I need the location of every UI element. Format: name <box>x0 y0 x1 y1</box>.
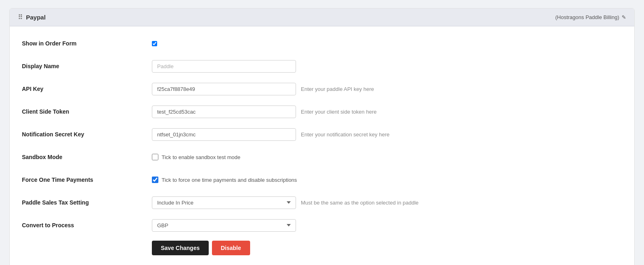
card-body: Show in Order Form Display Name API Key … <box>10 26 634 265</box>
billing-label: (Hostragons Paddle Billing) <box>555 14 619 20</box>
paddle-sales-tax-control: Include In Price Exclude From Price Show… <box>152 196 622 209</box>
convert-to-process-select[interactable]: GBP USD EUR AUD CAD <box>152 219 296 232</box>
card-header-right: (Hostragons Paddle Billing) ✎ <box>555 14 626 20</box>
api-key-label: API Key <box>22 86 152 92</box>
sandbox-mode-label: Sandbox Mode <box>22 154 152 160</box>
force-one-time-payments-checkbox-label: Tick to force one time payments and disa… <box>162 177 297 183</box>
force-one-time-payments-label: Force One Time Payments <box>22 177 152 183</box>
notification-secret-key-hint: Enter your notification secret key here <box>301 131 389 138</box>
sandbox-mode-row: Sandbox Mode Tick to enable sandbox test… <box>22 150 622 164</box>
sandbox-mode-checkbox[interactable] <box>152 154 158 160</box>
notification-secret-key-row: Notification Secret Key Enter your notif… <box>22 127 622 142</box>
convert-to-process-control: GBP USD EUR AUD CAD <box>152 219 622 232</box>
card-header: ⠿ Paypal (Hostragons Paddle Billing) ✎ <box>10 9 634 26</box>
api-key-hint: Enter your paddle API key here <box>301 86 374 92</box>
force-one-time-payments-checkbox-wrap: Tick to force one time payments and disa… <box>152 177 297 183</box>
settings-card: ⠿ Paypal (Hostragons Paddle Billing) ✎ S… <box>9 8 635 265</box>
sandbox-mode-checkbox-wrap: Tick to enable sandbox test mode <box>152 154 240 160</box>
notification-secret-key-input[interactable] <box>152 128 296 141</box>
display-name-control <box>152 60 622 73</box>
client-side-token-hint: Enter your client side token here <box>301 109 376 115</box>
paddle-sales-tax-hint: Must be the same as the option selected … <box>301 200 419 206</box>
notification-secret-key-label: Notification Secret Key <box>22 131 152 138</box>
paddle-sales-tax-select[interactable]: Include In Price Exclude From Price Show… <box>152 196 296 209</box>
notification-secret-key-control: Enter your notification secret key here <box>152 128 622 141</box>
force-one-time-payments-row: Force One Time Payments Tick to force on… <box>22 172 622 187</box>
save-changes-button[interactable]: Save Changes <box>152 241 209 255</box>
convert-to-process-label: Convert to Process <box>22 222 152 228</box>
client-side-token-row: Client Side Token Enter your client side… <box>22 104 622 119</box>
show-in-order-form-label: Show in Order Form <box>22 40 152 47</box>
card-header-left: ⠿ Paypal <box>18 13 45 21</box>
display-name-label: Display Name <box>22 63 152 69</box>
sandbox-mode-checkbox-label: Tick to enable sandbox test mode <box>162 154 240 160</box>
show-in-order-form-control <box>152 41 622 46</box>
sandbox-mode-control: Tick to enable sandbox test mode <box>152 154 622 160</box>
convert-to-process-row: Convert to Process GBP USD EUR AUD CAD <box>22 218 622 233</box>
button-row: Save Changes Disable <box>22 241 622 255</box>
api-key-control: Enter your paddle API key here <box>152 83 622 95</box>
client-side-token-input[interactable] <box>152 106 296 118</box>
edit-icon[interactable]: ✎ <box>622 14 626 20</box>
api-key-row: API Key Enter your paddle API key here <box>22 82 622 96</box>
display-name-row: Display Name <box>22 59 622 73</box>
client-side-token-label: Client Side Token <box>22 108 152 115</box>
drag-icon: ⠿ <box>18 13 23 21</box>
paddle-sales-tax-row: Paddle Sales Tax Setting Include In Pric… <box>22 195 622 210</box>
force-one-time-payments-control: Tick to force one time payments and disa… <box>152 177 622 183</box>
card-title: Paypal <box>26 14 45 21</box>
api-key-input[interactable] <box>152 83 296 95</box>
show-in-order-form-checkbox[interactable] <box>152 41 157 46</box>
client-side-token-control: Enter your client side token here <box>152 106 622 118</box>
force-one-time-payments-checkbox[interactable] <box>152 177 158 183</box>
paddle-sales-tax-label: Paddle Sales Tax Setting <box>22 199 152 206</box>
show-in-order-form-row: Show in Order Form <box>22 36 622 51</box>
disable-button[interactable]: Disable <box>212 241 250 255</box>
display-name-input[interactable] <box>152 60 296 73</box>
